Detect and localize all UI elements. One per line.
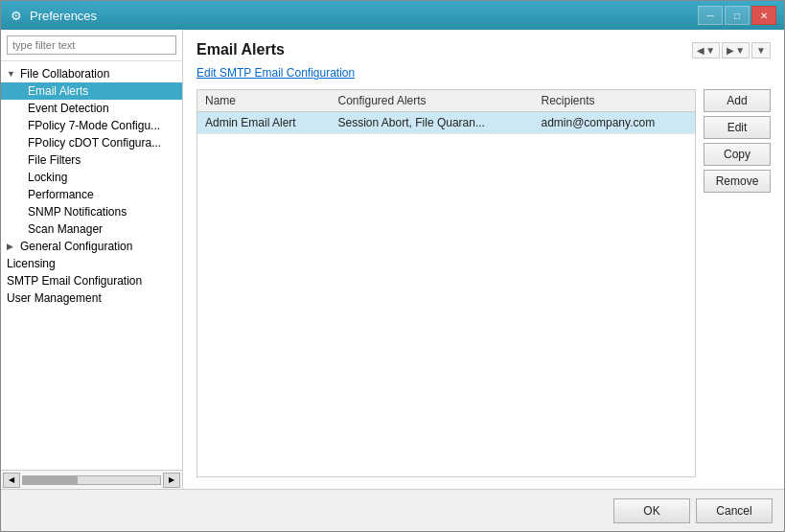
sidebar-item-label: File Filters — [28, 153, 81, 167]
email-alerts-table: Name Configured Alerts Recipients Admin … — [197, 90, 695, 134]
forward-arrow-icon: ▶ — [727, 45, 734, 56]
filter-input[interactable] — [7, 35, 176, 55]
sidebar-item-snmp-notifications[interactable]: SNMP Notifications — [1, 203, 182, 220]
sidebar-item-label: File Collaboration — [20, 67, 109, 81]
table-area: Name Configured Alerts Recipients Admin … — [196, 89, 771, 477]
col-recipients: Recipients — [533, 90, 695, 112]
sidebar-item-label: Email Alerts — [28, 84, 88, 98]
sidebar-item-label: Scan Manager — [28, 222, 103, 236]
sidebar-item-label: FPolicy 7-Mode Configu... — [28, 119, 160, 132]
table-header-row: Name Configured Alerts Recipients — [197, 90, 695, 112]
content-header: Email Alerts ◀ ▼ ▶ ▼ ▼ — [196, 41, 771, 58]
cell-recipients: admin@company.com — [533, 112, 695, 134]
smtp-config-link[interactable]: Edit SMTP Email Configuration — [196, 66, 771, 80]
sidebar-scrollbar: ◀ ▶ — [1, 470, 182, 489]
scroll-track — [22, 475, 161, 485]
sidebar-item-label: Licensing — [7, 257, 56, 270]
cell-configured-alerts: Session Abort, File Quaran... — [331, 112, 534, 134]
sidebar: ▼File CollaborationEmail AlertsEvent Det… — [1, 30, 183, 489]
main-content: ▼File CollaborationEmail AlertsEvent Det… — [1, 30, 784, 489]
nav-back-button[interactable]: ◀ ▼ — [692, 42, 720, 58]
edit-button[interactable]: Edit — [704, 116, 771, 139]
nav-arrows: ◀ ▼ ▶ ▼ ▼ — [692, 42, 771, 58]
sidebar-item-user-management[interactable]: User Management — [1, 289, 182, 307]
window-body: ▼File CollaborationEmail AlertsEvent Det… — [1, 30, 784, 531]
sidebar-item-file-collaboration[interactable]: ▼File Collaboration — [1, 65, 182, 82]
scroll-left-button[interactable]: ◀ — [3, 473, 20, 488]
sidebar-item-label: Event Detection — [28, 102, 109, 115]
sidebar-tree: ▼File CollaborationEmail AlertsEvent Det… — [1, 61, 182, 470]
preferences-window: ⚙ Preferences ─ □ ✕ ▼File CollaborationE… — [0, 0, 785, 532]
footer: OK Cancel — [1, 489, 784, 531]
sidebar-item-event-detection[interactable]: Event Detection — [1, 100, 182, 117]
close-button[interactable]: ✕ — [751, 6, 776, 25]
titlebar-left: ⚙ Preferences — [9, 8, 97, 23]
table-row[interactable]: Admin Email AlertSession Abort, File Qua… — [197, 112, 695, 134]
sidebar-item-label: FPolicy cDOT Configura... — [28, 136, 161, 150]
content-panel: Email Alerts ◀ ▼ ▶ ▼ ▼ — [183, 30, 784, 489]
sidebar-item-performance[interactable]: Performance — [1, 186, 182, 203]
sidebar-item-label: Locking — [28, 171, 67, 184]
collapse-icon: ▼ — [7, 69, 16, 79]
add-button[interactable]: Add — [704, 89, 771, 112]
scroll-right-button[interactable]: ▶ — [163, 473, 180, 488]
sidebar-item-label: General Configuration — [20, 240, 132, 253]
col-configured-alerts: Configured Alerts — [331, 90, 534, 112]
ok-button[interactable]: OK — [613, 498, 690, 523]
sidebar-item-file-filters[interactable]: File Filters — [1, 151, 182, 169]
forward-dropdown-icon: ▼ — [735, 45, 745, 56]
sidebar-item-label: Performance — [28, 188, 94, 201]
cell-name: Admin Email Alert — [197, 112, 331, 134]
sidebar-item-label: User Management — [7, 291, 102, 305]
nav-menu-icon: ▼ — [756, 45, 766, 56]
filter-wrap — [1, 30, 182, 61]
expand-icon: ▶ — [7, 242, 16, 251]
data-table-wrap: Name Configured Alerts Recipients Admin … — [196, 89, 696, 477]
window-title: Preferences — [30, 9, 97, 23]
minimize-button[interactable]: ─ — [698, 6, 723, 25]
sidebar-item-licensing[interactable]: Licensing — [1, 255, 182, 272]
cancel-button[interactable]: Cancel — [696, 498, 773, 523]
remove-button[interactable]: Remove — [704, 170, 771, 193]
page-title: Email Alerts — [196, 41, 285, 58]
sidebar-item-fpolicy-cdot[interactable]: FPolicy cDOT Configura... — [1, 134, 182, 151]
back-arrow-icon: ◀ — [697, 45, 704, 56]
titlebar: ⚙ Preferences ─ □ ✕ — [1, 1, 784, 30]
sidebar-item-fpolicy-7mode[interactable]: FPolicy 7-Mode Configu... — [1, 117, 182, 134]
sidebar-item-label: SNMP Notifications — [28, 205, 127, 219]
back-dropdown-icon: ▼ — [705, 45, 715, 56]
maximize-button[interactable]: □ — [725, 6, 750, 25]
nav-menu-button[interactable]: ▼ — [751, 42, 771, 58]
sidebar-item-label: SMTP Email Configuration — [7, 274, 142, 288]
sidebar-item-email-alerts[interactable]: Email Alerts — [1, 82, 182, 100]
nav-forward-button[interactable]: ▶ ▼ — [722, 42, 750, 58]
titlebar-buttons: ─ □ ✕ — [698, 6, 776, 25]
scroll-thumb — [23, 476, 78, 484]
copy-button[interactable]: Copy — [704, 143, 771, 166]
action-buttons: Add Edit Copy Remove — [704, 89, 771, 477]
sidebar-item-general-configuration[interactable]: ▶General Configuration — [1, 238, 182, 255]
sidebar-item-smtp-email[interactable]: SMTP Email Configuration — [1, 272, 182, 289]
sidebar-item-locking[interactable]: Locking — [1, 169, 182, 186]
sidebar-item-scan-manager[interactable]: Scan Manager — [1, 220, 182, 238]
col-name: Name — [197, 90, 331, 112]
app-icon: ⚙ — [9, 8, 24, 23]
